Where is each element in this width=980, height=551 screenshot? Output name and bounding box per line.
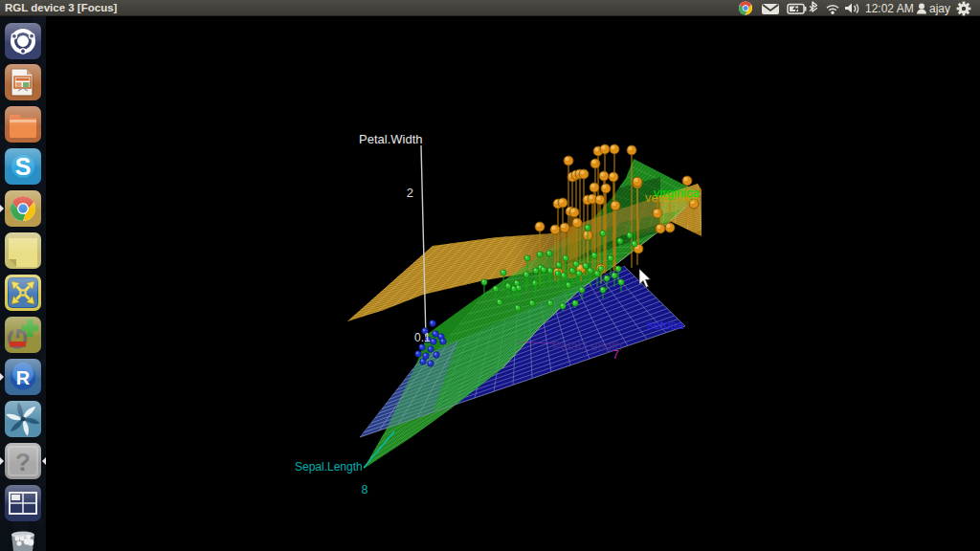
- svg-text:7: 7: [612, 347, 619, 362]
- svg-text:Petal.Width: Petal.Width: [359, 132, 422, 146]
- svg-text:ajay: ajay: [929, 2, 950, 15]
- svg-text:setosa: setosa: [647, 318, 684, 332]
- svg-text:12:02 AM: 12:02 AM: [865, 2, 914, 15]
- svg-text:2: 2: [407, 186, 413, 200]
- svg-text:virginica: virginica: [654, 186, 700, 200]
- svg-text:8: 8: [362, 483, 368, 496]
- svg-text:0.1: 0.1: [414, 331, 431, 344]
- svg-text:Sepal.Length: Sepal.Length: [295, 460, 363, 474]
